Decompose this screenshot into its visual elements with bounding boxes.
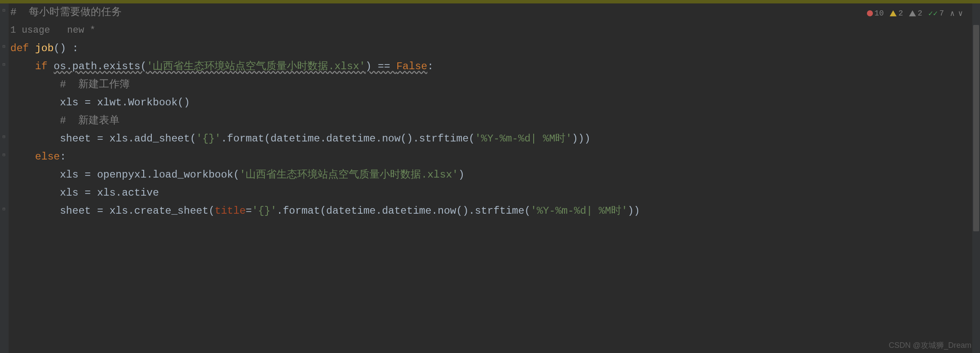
code-text: xls = openpyxl.load_workbook( <box>10 169 240 181</box>
code-comment: # 新建表单 <box>60 115 120 126</box>
code-text: sheet = xls.create_sheet( <box>10 205 215 217</box>
string-literal: '山西省生态环境站点空气质量小时数据.xlsx' <box>147 61 366 72</box>
if-condition: os.path.exists( <box>54 61 147 72</box>
usage-hint[interactable]: 1 usage new * <box>9 21 971 40</box>
code-line: xls = xlwt.Workbook() <box>9 94 971 112</box>
code-text: sheet = xls.add_sheet( <box>10 133 196 144</box>
code-comment: # 新建工作簿 <box>60 79 130 90</box>
code-text: .format(datetime.datetime.now().strftime… <box>276 205 531 217</box>
code-comment: # 每小时需要做的任务 <box>10 6 122 18</box>
fold-icon[interactable]: ⊟ <box>1 152 7 158</box>
fold-icon[interactable]: ⊟ <box>1 7 7 13</box>
scrollbar-thumb[interactable] <box>973 25 979 231</box>
code-text: ) <box>458 169 464 181</box>
scrollbar-track[interactable] <box>972 3 980 353</box>
keyword-def: def <box>10 43 35 54</box>
keyword-false: False <box>396 61 427 72</box>
fold-icon[interactable]: ⊟ <box>1 43 7 49</box>
string-literal: '山西省生态环境站点空气质量小时数据.xlsx' <box>240 169 458 181</box>
editor-gutter: ⊟ ⊟ ⊟ ⊟ ⊟ ⊟ <box>0 3 9 353</box>
fold-end-icon[interactable]: ⊟ <box>1 134 7 140</box>
string-literal: '%Y-%m-%d| %M时' <box>475 133 572 144</box>
string-literal: '{}' <box>196 133 221 144</box>
watermark: CSDN @攻城狮_Dream <box>889 340 971 350</box>
eq-sign: = <box>246 205 252 217</box>
code-text: .format(datetime.datetime.now().strftime… <box>221 133 475 144</box>
keyword-else: else <box>35 151 60 163</box>
keyword-if: if <box>35 61 54 72</box>
code-text: ))) <box>572 133 590 144</box>
string-literal: '%Y-%m-%d| %M时' <box>531 205 628 217</box>
param-name: title <box>215 205 246 217</box>
colon: : <box>60 151 66 163</box>
top-highlight-bar <box>0 0 980 3</box>
colon: : <box>427 61 433 72</box>
code-editor[interactable]: # 每小时需要做的任务 1 usage new * def job() : if… <box>9 3 971 353</box>
code-line: xls = xls.active <box>9 184 971 202</box>
code-text: )) <box>627 205 640 217</box>
function-name: job <box>35 43 54 54</box>
eq-op: ) == <box>366 61 396 72</box>
def-params: () : <box>54 43 79 54</box>
string-literal: '{}' <box>252 205 277 217</box>
fold-end-icon[interactable]: ⊟ <box>1 206 7 212</box>
fold-icon[interactable]: ⊟ <box>1 61 7 68</box>
